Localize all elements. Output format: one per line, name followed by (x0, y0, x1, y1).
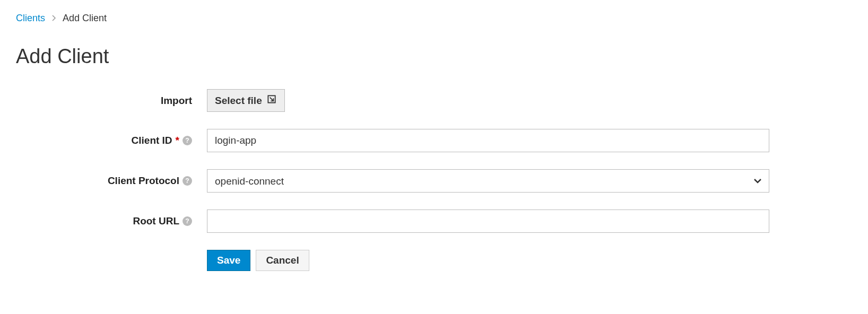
root-url-label: Root URL ? (16, 215, 207, 227)
client-id-label-text: Client ID (132, 135, 172, 146)
save-button[interactable]: Save (207, 250, 250, 271)
cancel-button[interactable]: Cancel (256, 250, 309, 271)
client-protocol-label-text: Client Protocol (108, 175, 179, 187)
breadcrumb-link-clients[interactable]: Clients (16, 13, 45, 23)
import-icon (266, 94, 277, 107)
page-title: Add Client (16, 45, 852, 68)
select-file-label: Select file (215, 95, 262, 107)
breadcrumb: Clients Add Client (16, 13, 852, 24)
help-icon: ? (183, 216, 192, 226)
import-label-text: Import (161, 95, 192, 107)
root-url-input[interactable] (207, 210, 769, 233)
form-actions: Save Cancel (207, 250, 852, 271)
root-url-label-text: Root URL (133, 215, 179, 227)
import-label: Import (16, 95, 207, 107)
select-file-button[interactable]: Select file (207, 89, 285, 112)
required-indicator: * (176, 135, 179, 146)
client-id-label: Client ID * ? (16, 135, 207, 146)
form-row-client-id: Client ID * ? (16, 129, 852, 152)
form-row-client-protocol: Client Protocol ? openid-connect (16, 169, 852, 193)
client-protocol-label: Client Protocol ? (16, 175, 207, 187)
form-row-import: Import Select file (16, 89, 852, 112)
client-protocol-select[interactable]: openid-connect (207, 169, 769, 193)
client-id-input[interactable] (207, 129, 769, 152)
breadcrumb-current: Add Client (63, 13, 107, 23)
help-icon: ? (183, 136, 192, 145)
help-icon: ? (183, 176, 192, 186)
chevron-right-icon (52, 14, 56, 23)
form-row-root-url: Root URL ? (16, 210, 852, 233)
